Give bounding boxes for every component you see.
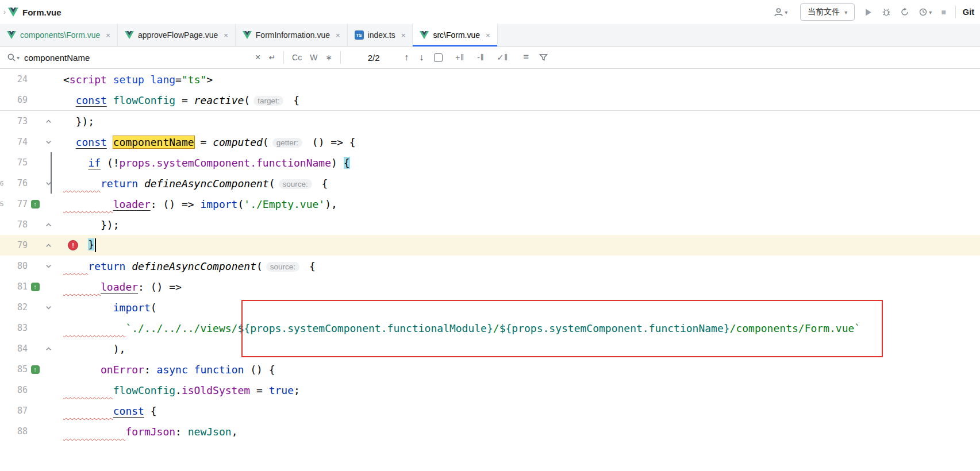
search-caret-icon[interactable]: ▾ bbox=[17, 55, 20, 61]
code-line-77[interactable]: 577↑ loader: () => import('./Empty.vue')… bbox=[0, 194, 980, 214]
line-number[interactable]: 84 bbox=[8, 343, 28, 354]
code-content[interactable]: }); bbox=[63, 115, 94, 128]
code-line-84[interactable]: 84 ), bbox=[0, 338, 980, 359]
search-options-icon[interactable]: ≡ bbox=[523, 52, 529, 63]
fold-icon-slot[interactable] bbox=[43, 221, 54, 229]
code-line-78[interactable]: 78 }); bbox=[0, 214, 980, 235]
line-number[interactable]: 78 bbox=[8, 219, 28, 230]
code-line-87[interactable]: 87 const { bbox=[0, 400, 980, 421]
fold-start-icon[interactable] bbox=[45, 262, 52, 270]
stop-icon[interactable]: ■ bbox=[941, 7, 946, 17]
code-content[interactable]: flowConfig.isOldSystem = true; bbox=[63, 384, 300, 396]
code-content[interactable]: ), bbox=[63, 343, 125, 355]
code-line-83[interactable]: 83 `./../../../views/${props.systemCompo… bbox=[0, 318, 980, 338]
code-line-24[interactable]: 24<script setup lang="ts"> bbox=[0, 69, 980, 90]
code-content[interactable]: const { bbox=[63, 405, 157, 417]
tab-components-form-vue[interactable]: components\Form.vue× bbox=[0, 24, 118, 46]
line-number[interactable]: 79 bbox=[8, 240, 28, 250]
code-content[interactable]: }); bbox=[63, 219, 120, 231]
code-line-73[interactable]: 73 }); bbox=[0, 111, 980, 132]
fold-icon-slot[interactable] bbox=[43, 242, 54, 249]
code-content[interactable]: return defineAsyncComponent(source: { bbox=[63, 177, 328, 190]
line-number[interactable]: 87 bbox=[8, 406, 28, 416]
fold-end-icon[interactable] bbox=[45, 221, 52, 229]
code-content[interactable]: onError: async function () { bbox=[63, 364, 275, 376]
code-content[interactable]: loader: () => import('./Empty.vue'), bbox=[63, 198, 337, 210]
code-content[interactable]: formJson: newJson, bbox=[63, 426, 237, 438]
search-icon[interactable] bbox=[7, 53, 16, 62]
tab-approveflowpage-vue[interactable]: approveFlowPage.vue× bbox=[118, 24, 236, 46]
fold-start-icon[interactable] bbox=[45, 138, 52, 146]
line-number[interactable]: 85 bbox=[8, 364, 28, 375]
line-number[interactable]: 69 bbox=[8, 95, 28, 105]
code-line-79[interactable]: 79! } bbox=[0, 235, 980, 256]
fold-start-icon[interactable] bbox=[45, 304, 52, 311]
code-line-69[interactable]: 69 const flowConfig = reactive(target: { bbox=[0, 90, 980, 111]
in-selection-toggle[interactable] bbox=[434, 53, 443, 62]
account-caret-icon[interactable]: ▾ bbox=[785, 9, 787, 16]
debug-icon[interactable] bbox=[882, 7, 891, 17]
clear-search-icon[interactable]: × bbox=[255, 52, 260, 63]
code-line-80[interactable]: 80 return defineAsyncComponent(source: { bbox=[0, 256, 980, 276]
code-content[interactable]: if (!props.systemComponent.functionName)… bbox=[63, 157, 350, 169]
fold-icon-slot[interactable] bbox=[43, 262, 54, 270]
line-number[interactable]: 83 bbox=[8, 323, 28, 333]
prev-match-button[interactable]: ↑ bbox=[404, 52, 409, 63]
code-content[interactable]: const flowConfig = reactive(target: { bbox=[63, 94, 299, 106]
account-icon[interactable] bbox=[774, 7, 783, 17]
run-icon[interactable] bbox=[864, 8, 873, 17]
code-line-86[interactable]: 86 flowConfig.isOldSystem = true; bbox=[0, 380, 980, 400]
code-content[interactable]: loader: () => bbox=[63, 281, 182, 293]
fold-end-icon[interactable] bbox=[45, 242, 52, 249]
implementing-member-icon[interactable]: ↑ bbox=[31, 200, 40, 209]
tab-src-form-vue[interactable]: src\Form.vue× bbox=[413, 24, 497, 46]
line-number[interactable]: 86 bbox=[8, 385, 28, 395]
add-occurrence-button[interactable]: +ǁ bbox=[455, 53, 464, 62]
code-content[interactable]: return defineAsyncComponent(source: { bbox=[63, 260, 316, 272]
tab-close-icon[interactable]: × bbox=[106, 31, 110, 40]
remove-occurrence-button[interactable]: -ǁ bbox=[477, 53, 484, 62]
fold-icon-slot[interactable] bbox=[43, 118, 54, 125]
line-number[interactable]: 81 bbox=[8, 281, 28, 292]
profiler-icon[interactable] bbox=[918, 7, 928, 17]
line-number[interactable]: 88 bbox=[8, 426, 28, 437]
tab-index-ts[interactable]: TSindex.ts× bbox=[348, 24, 413, 46]
code-line-85[interactable]: 85↑ onError: async function () { bbox=[0, 359, 980, 380]
fold-icon-slot[interactable] bbox=[43, 304, 54, 311]
code-content[interactable]: `./../../../views/${props.systemComponen… bbox=[63, 322, 860, 334]
rerun-icon[interactable] bbox=[900, 7, 909, 17]
tab-forminformation-vue[interactable]: FormInformation.vue× bbox=[236, 24, 348, 46]
error-icon[interactable]: ! bbox=[68, 240, 78, 250]
tab-close-icon[interactable]: × bbox=[224, 31, 228, 40]
line-number[interactable]: 80 bbox=[8, 261, 28, 271]
fold-icon-slot[interactable] bbox=[43, 180, 54, 187]
git-label[interactable]: Git bbox=[963, 7, 974, 17]
words-toggle[interactable]: W bbox=[310, 53, 317, 62]
code-line-81[interactable]: 81↑ loader: () => bbox=[0, 276, 980, 297]
implementing-member-icon[interactable]: ↑ bbox=[31, 365, 40, 374]
regex-toggle[interactable]: ∗ bbox=[325, 53, 332, 62]
code-line-88[interactable]: 88 formJson: newJson, bbox=[0, 421, 980, 442]
tab-close-icon[interactable]: × bbox=[401, 31, 406, 40]
tab-close-icon[interactable]: × bbox=[336, 31, 340, 40]
code-line-76[interactable]: 676 return defineAsyncComponent(source: … bbox=[0, 173, 980, 194]
newline-icon[interactable]: ↵ bbox=[268, 53, 275, 62]
code-content[interactable]: const componentName = computed(getter: (… bbox=[63, 136, 356, 148]
tab-close-icon[interactable]: × bbox=[486, 31, 490, 40]
implementing-member-icon[interactable]: ↑ bbox=[31, 283, 40, 291]
fold-icon-slot[interactable] bbox=[43, 138, 54, 146]
code-content[interactable]: import( bbox=[63, 302, 157, 314]
fold-icon-slot[interactable] bbox=[43, 345, 54, 353]
line-number[interactable]: 73 bbox=[8, 116, 28, 126]
line-number[interactable]: 77 bbox=[8, 199, 28, 209]
fold-end-icon[interactable] bbox=[45, 118, 52, 125]
run-configuration-button[interactable]: 当前文件 ▾ bbox=[800, 3, 855, 21]
line-number[interactable]: 74 bbox=[8, 137, 28, 147]
code-line-74[interactable]: 74 const componentName = computed(getter… bbox=[0, 132, 980, 152]
code-content[interactable]: <script setup lang="ts"> bbox=[63, 74, 213, 86]
search-input[interactable]: componentName bbox=[24, 53, 247, 63]
profiler-caret-icon[interactable]: ▾ bbox=[929, 9, 932, 16]
line-number[interactable]: 82 bbox=[8, 302, 28, 312]
fold-end-icon[interactable] bbox=[45, 345, 52, 353]
select-all-occurrences-button[interactable]: ✓ǁ bbox=[497, 53, 509, 62]
